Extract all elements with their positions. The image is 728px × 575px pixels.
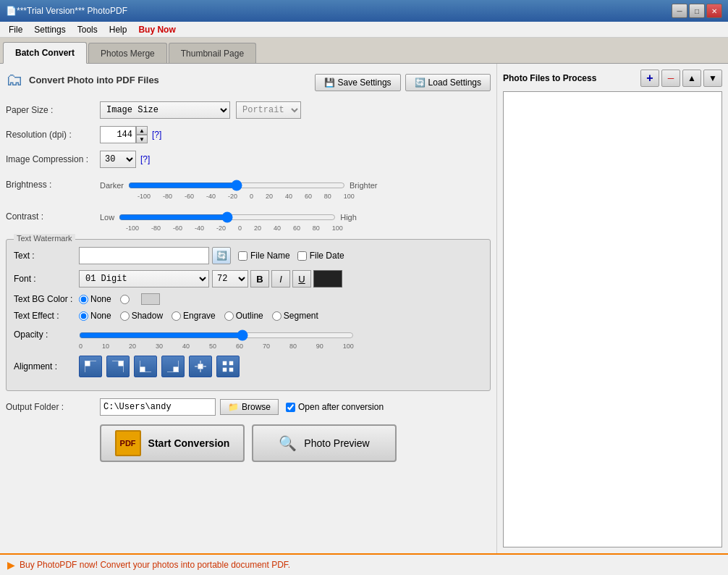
- file-name-checkbox-label[interactable]: File Name: [238, 251, 290, 261]
- save-settings-button[interactable]: 💾 Save Settings: [315, 74, 401, 91]
- menu-file[interactable]: File: [3, 23, 28, 36]
- svg-rect-18: [229, 361, 233, 365]
- effect-segment-label[interactable]: Segment: [272, 311, 318, 321]
- load-settings-button[interactable]: 🔄 Load Settings: [405, 74, 491, 91]
- effect-engrave-label[interactable]: Engrave: [172, 311, 216, 321]
- pdf-icon: PDF: [115, 430, 141, 456]
- bg-color-swatch[interactable]: [141, 293, 160, 305]
- start-conversion-button[interactable]: PDF Start Conversion: [100, 424, 245, 462]
- underline-button[interactable]: U: [292, 270, 311, 288]
- watermark-text-input[interactable]: [79, 247, 209, 264]
- effect-radio-group: None Shadow Engrave Outline: [79, 311, 318, 321]
- output-folder-input[interactable]: [100, 398, 216, 416]
- resolution-up-button[interactable]: ▲: [136, 126, 148, 135]
- orientation-select[interactable]: Portrait Landscape: [236, 101, 301, 119]
- compression-row: Image Compression : 1020304050 607080901…: [6, 151, 491, 168]
- title-icon: 📄: [6, 6, 17, 16]
- align-bottom-right-button[interactable]: [161, 356, 185, 377]
- bg-none-radio-label[interactable]: None: [79, 294, 111, 304]
- effect-none-radio[interactable]: [79, 311, 88, 321]
- text-bg-row: Text BG Color : None: [14, 293, 483, 305]
- effect-shadow-label[interactable]: Shadow: [120, 311, 163, 321]
- align-top-left-button[interactable]: [79, 356, 102, 377]
- browse-button[interactable]: 📁 Browse: [220, 399, 279, 415]
- menu-bar: File Settings Tools Help Buy Now: [0, 22, 728, 38]
- align-bottom-left-button[interactable]: [134, 356, 157, 377]
- load-icon: 🔄: [415, 77, 426, 88]
- font-size-select[interactable]: 810121418 24364872: [212, 270, 248, 288]
- title-bar: 📄 ***Trial Version*** PhotoPDF ─ □ ✕: [0, 0, 728, 22]
- menu-tools[interactable]: Tools: [72, 23, 103, 36]
- bg-color-radio[interactable]: [120, 295, 130, 304]
- bg-color-radio-label[interactable]: [120, 295, 130, 304]
- tab-photos-merge[interactable]: Photos Merge: [88, 43, 167, 63]
- photo-preview-button[interactable]: 🔍 Photo Preview: [252, 424, 397, 462]
- svg-rect-17: [223, 361, 227, 365]
- alignment-label: Alignment :: [14, 361, 79, 372]
- font-select[interactable]: 01 DigitArialTimes New RomanCourier New: [79, 270, 209, 288]
- svg-rect-9: [174, 367, 178, 372]
- brightness-label: Brightness :: [6, 178, 100, 190]
- tab-batch-convert[interactable]: Batch Convert: [3, 42, 87, 64]
- svg-rect-20: [229, 368, 233, 372]
- file-date-checkbox-label[interactable]: File Date: [297, 251, 344, 261]
- align-top-right-button[interactable]: [106, 356, 130, 377]
- resolution-help[interactable]: [?]: [152, 130, 161, 140]
- maximize-button[interactable]: □: [689, 4, 705, 18]
- text-effect-label: Text Effect :: [14, 311, 79, 321]
- move-up-button[interactable]: ▲: [682, 70, 701, 87]
- watermark-text-row: Text : 🔄 File Name File Date: [14, 247, 483, 264]
- move-down-button[interactable]: ▼: [703, 70, 722, 87]
- effect-segment-radio[interactable]: [272, 311, 282, 321]
- italic-button[interactable]: I: [271, 270, 290, 288]
- brightness-row: Brightness : Darker Brighter -100-80-60 …: [6, 175, 491, 200]
- status-arrow-icon: ▶: [7, 559, 15, 571]
- alignment-row: Alignment :: [14, 356, 483, 377]
- effect-outline-label[interactable]: Outline: [224, 311, 263, 321]
- minimize-button[interactable]: ─: [672, 4, 687, 18]
- opacity-slider-container: 01020 304050 607080 90100: [79, 328, 354, 350]
- files-list[interactable]: [503, 91, 722, 547]
- watermark-group: Text Watermark Text : 🔄 File Name File D…: [6, 239, 491, 391]
- compression-help[interactable]: [?]: [140, 154, 150, 164]
- paper-size-select[interactable]: Image Size A4 Letter Legal A3: [100, 101, 230, 119]
- open-after-checkbox[interactable]: [286, 403, 295, 412]
- file-date-checkbox[interactable]: [297, 251, 307, 261]
- menu-help[interactable]: Help: [103, 23, 133, 36]
- menu-buy-now[interactable]: Buy Now: [132, 23, 181, 36]
- brightness-right-label: Brighter: [350, 181, 378, 190]
- resolution-down-button[interactable]: ▼: [136, 135, 148, 143]
- file-name-checkbox[interactable]: [238, 251, 247, 261]
- remove-file-button[interactable]: ─: [661, 70, 680, 87]
- contrast-slider-container: Low High -100-80-60 -40-200 204060 80100: [100, 210, 357, 232]
- bold-button[interactable]: B: [250, 270, 269, 288]
- bg-none-radio[interactable]: [79, 295, 88, 304]
- effect-engrave-radio[interactable]: [172, 311, 181, 321]
- open-after-label[interactable]: Open after conversion: [286, 402, 384, 412]
- resolution-input[interactable]: [100, 126, 136, 143]
- close-button[interactable]: ✕: [706, 4, 722, 18]
- folder-icon: 📁: [228, 402, 239, 412]
- effect-outline-radio[interactable]: [224, 311, 234, 321]
- watermark-refresh-button[interactable]: 🔄: [212, 247, 231, 264]
- font-color-button[interactable]: [313, 270, 342, 288]
- compression-select[interactable]: 1020304050 60708090100: [100, 151, 136, 168]
- effect-none-label[interactable]: None: [79, 311, 111, 321]
- tab-thumbnail-page[interactable]: Thumbnail Page: [169, 43, 256, 63]
- contrast-slider[interactable]: [119, 210, 336, 224]
- text-bg-label: Text BG Color :: [14, 294, 79, 304]
- svg-rect-0: [85, 361, 90, 366]
- opacity-slider[interactable]: [79, 328, 354, 343]
- opacity-label: Opacity :: [14, 328, 79, 340]
- add-file-button[interactable]: +: [640, 70, 659, 87]
- menu-settings[interactable]: Settings: [28, 23, 71, 36]
- contrast-label: Contrast :: [6, 210, 100, 222]
- brightness-slider[interactable]: [128, 178, 345, 193]
- brightness-slider-container: Darker Brighter -100-80-60 -40-200 20406…: [100, 178, 378, 200]
- toolbar: 💾 Save Settings 🔄 Load Settings: [315, 74, 491, 91]
- left-panel: 🗂 Convert Photo into PDF Files 💾 Save Se…: [0, 64, 496, 553]
- align-center-button[interactable]: [189, 356, 212, 377]
- effect-shadow-radio[interactable]: [120, 311, 130, 321]
- output-row: Output Folder : 📁 Browse Open after conv…: [6, 398, 491, 416]
- align-tile-button[interactable]: [216, 356, 240, 377]
